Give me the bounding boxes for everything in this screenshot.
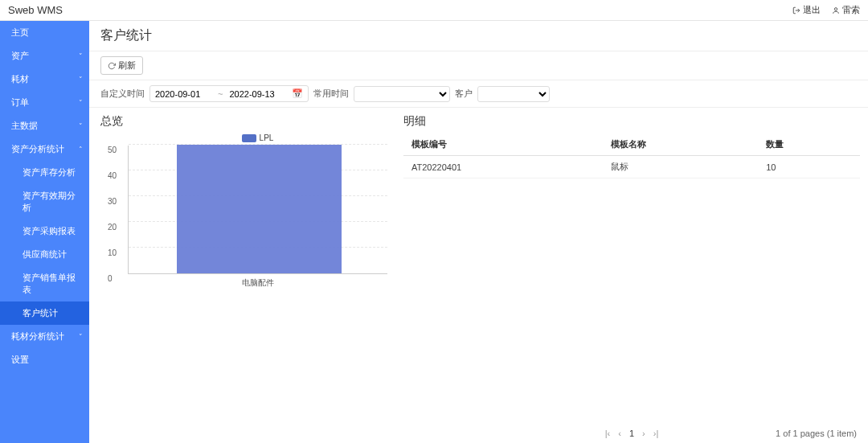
overview-title: 总览 (100, 114, 387, 129)
sidebar-item[interactable]: 资产有效期分析 (0, 184, 89, 219)
sidebar-item-label: 耗材分析统计 (11, 330, 64, 343)
chart-ytick: 40 (108, 171, 117, 180)
user-icon (832, 6, 840, 14)
sidebar-item-label: 资产库存分析 (23, 166, 76, 178)
common-time-label: 常用时间 (313, 88, 349, 100)
chevron-down-icon: ˅ (79, 52, 83, 60)
customer-label: 客户 (455, 88, 473, 100)
chart-legend: LPL (128, 133, 387, 142)
sidebar-item[interactable]: 主数据˅ (0, 114, 89, 137)
chevron-down-icon: ˅ (79, 76, 83, 84)
logout-label: 退出 (803, 4, 821, 16)
sidebar-item-label: 资产有效期分析 (23, 190, 83, 214)
sidebar-item[interactable]: 资产销售单报表 (0, 266, 89, 301)
sidebar-item-label: 客户统计 (23, 307, 58, 319)
end-date-input[interactable] (229, 89, 285, 99)
chart-ytick: 20 (108, 223, 117, 232)
sidebar-item[interactable]: 主页 (0, 21, 89, 44)
sidebar-item[interactable]: 供应商统计 (0, 243, 89, 266)
chart-ytick: 10 (108, 248, 117, 257)
common-time-select[interactable] (354, 86, 450, 102)
start-date-input[interactable] (155, 89, 211, 99)
sidebar-item-label: 资产分析统计 (11, 143, 64, 155)
table-cell: 10 (758, 156, 860, 178)
user-link[interactable]: 雷索 (832, 4, 860, 16)
detail-table: 模板编号 模板名称 数量 AT20220401鼠标10 (403, 133, 860, 178)
col-qty: 数量 (758, 133, 860, 156)
table-cell: 鼠标 (603, 156, 758, 178)
chevron-up-icon: ˄ (79, 146, 83, 154)
page-current: 1 (629, 429, 634, 438)
customer-select[interactable] (477, 86, 550, 102)
sidebar-item-label: 资产采购报表 (23, 225, 76, 237)
legend-label: LPL (260, 133, 274, 142)
chevron-down-icon: ˅ (79, 122, 83, 130)
date-range-picker[interactable]: ~ 📅 (149, 85, 309, 102)
brand: Sweb WMS (8, 4, 63, 16)
logout-icon (792, 6, 800, 14)
user-label: 雷索 (842, 4, 860, 16)
chart-ytick: 30 (108, 197, 117, 206)
sidebar-item[interactable]: 资产˅ (0, 44, 89, 68)
sidebar: 主页资产˅耗材˅订单˅主数据˅资产分析统计˄资产库存分析资产有效期分析资产采购报… (0, 21, 89, 443)
logout-link[interactable]: 退出 (792, 4, 821, 16)
col-template-name: 模板名称 (603, 133, 758, 156)
date-separator: ~ (218, 89, 223, 99)
refresh-button[interactable]: 刷新 (100, 56, 143, 75)
sidebar-item[interactable]: 资产分析统计˄ (0, 137, 89, 161)
chevron-down-icon: ˅ (79, 333, 83, 341)
page-first-button[interactable]: |‹ (605, 429, 611, 438)
sidebar-item-label: 耗材 (11, 73, 29, 85)
table-cell: AT20220401 (403, 156, 603, 178)
svg-point-1 (834, 7, 837, 10)
sidebar-item-label: 主数据 (11, 120, 38, 132)
sidebar-item[interactable]: 资产采购报表 (0, 219, 89, 243)
col-template-code: 模板编号 (403, 133, 603, 156)
sidebar-item[interactable]: 客户统计 (0, 301, 89, 325)
calendar-icon: 📅 (292, 88, 303, 99)
refresh-icon (108, 62, 116, 70)
sidebar-item-label: 资产销售单报表 (23, 272, 83, 296)
chart-bar (177, 145, 342, 273)
sidebar-item[interactable]: 耗材˅ (0, 68, 89, 91)
refresh-label: 刷新 (118, 59, 136, 72)
sidebar-item[interactable]: 订单˅ (0, 91, 89, 114)
sidebar-item-label: 订单 (11, 96, 29, 109)
custom-time-label: 自定义时间 (100, 88, 145, 100)
sidebar-item-label: 资产 (11, 50, 29, 62)
sidebar-item-label: 供应商统计 (23, 248, 67, 260)
sidebar-item[interactable]: 设置 (0, 348, 89, 371)
page-prev-button[interactable]: ‹ (618, 429, 621, 438)
chart-ytick: 50 (108, 146, 117, 154)
page-next-button[interactable]: › (642, 429, 645, 438)
sidebar-item-label: 设置 (11, 354, 29, 366)
detail-title: 明细 (403, 114, 860, 129)
chevron-down-icon: ˅ (79, 99, 83, 107)
chart-ytick: 0 (108, 274, 113, 283)
page-info: 1 of 1 pages (1 item) (776, 429, 857, 438)
sidebar-item-label: 主页 (11, 27, 29, 39)
chart-x-category: 电脑配件 (128, 277, 387, 289)
page-last-button[interactable]: ›| (653, 429, 659, 438)
legend-swatch (242, 134, 256, 142)
pager: |‹ ‹ 1 › ›| (605, 429, 659, 438)
overview-chart: LPL 01020304050 电脑配件 (100, 133, 387, 302)
sidebar-item[interactable]: 耗材分析统计˅ (0, 325, 89, 348)
sidebar-item[interactable]: 资产库存分析 (0, 161, 89, 184)
table-row[interactable]: AT20220401鼠标10 (403, 156, 860, 178)
page-title: 客户统计 (89, 21, 868, 51)
